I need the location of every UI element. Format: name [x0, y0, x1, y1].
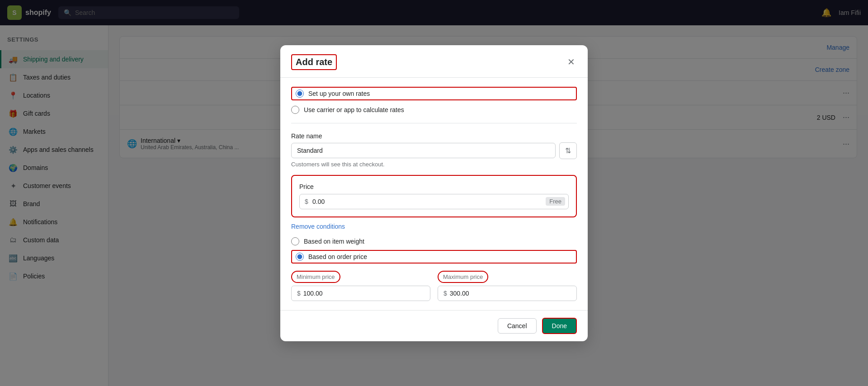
modal-header: Add rate ✕: [280, 45, 588, 78]
carrier-rates-option[interactable]: Use carrier or app to calculate rates: [291, 106, 577, 114]
min-price-prefix: $: [297, 290, 301, 297]
max-price-input-wrap: $: [438, 286, 577, 301]
rate-name-label: Rate name: [291, 132, 577, 140]
min-price-label: Minimum price: [291, 271, 340, 283]
modal-body: Set up your own rates Use carrier or app…: [280, 78, 588, 310]
own-rates-radio[interactable]: [296, 89, 304, 98]
own-rates-label: Set up your own rates: [308, 90, 370, 97]
rate-name-input[interactable]: [291, 143, 556, 158]
order-price-label: Based on order price: [308, 253, 367, 260]
min-max-price-fields: Minimum price $ Maximum price $: [291, 271, 577, 301]
order-price-radio[interactable]: [296, 253, 304, 261]
rate-name-section: Rate name ⇅ Customers will see this at c…: [291, 132, 577, 168]
own-rates-option[interactable]: Set up your own rates: [291, 87, 577, 100]
min-price-input[interactable]: [303, 290, 425, 297]
carrier-rates-radio[interactable]: [291, 106, 299, 114]
min-price-field: Minimum price $: [291, 271, 430, 301]
price-prefix-icon: $: [305, 198, 308, 205]
add-rate-modal: Add rate ✕ Set up your own rates Use car…: [280, 45, 588, 341]
max-price-label: Maximum price: [438, 271, 488, 283]
price-input[interactable]: [299, 194, 569, 209]
item-weight-label: Based on item weight: [304, 238, 364, 245]
price-input-wrap: $ Free: [299, 194, 569, 209]
item-weight-option[interactable]: Based on item weight: [291, 237, 577, 245]
order-price-option[interactable]: Based on order price: [291, 250, 577, 264]
rate-name-input-group: ⇅: [291, 142, 577, 159]
min-price-input-wrap: $: [291, 286, 430, 301]
modal-title: Add rate: [291, 54, 337, 70]
carrier-rates-label: Use carrier or app to calculate rates: [304, 106, 404, 113]
rate-type-radio-group: Set up your own rates Use carrier or app…: [291, 87, 577, 114]
max-price-input[interactable]: [450, 290, 571, 297]
conditions-radio-group: Based on item weight Based on order pric…: [291, 237, 577, 264]
done-button[interactable]: Done: [542, 318, 577, 334]
conditions-section: Based on item weight Based on order pric…: [291, 237, 577, 301]
remove-conditions-button[interactable]: Remove conditions: [291, 223, 345, 230]
max-price-field: Maximum price $: [438, 271, 577, 301]
rate-name-help: Customers will see this at checkout.: [291, 161, 577, 168]
modal-close-button[interactable]: ✕: [566, 55, 577, 69]
modal-overlay: Add rate ✕ Set up your own rates Use car…: [0, 0, 868, 386]
price-free-badge: Free: [546, 197, 565, 206]
modal-footer: Cancel Done: [280, 310, 588, 341]
price-section: Price $ Free: [291, 175, 577, 217]
price-label: Price: [299, 183, 569, 190]
cancel-button[interactable]: Cancel: [498, 318, 537, 334]
max-price-prefix: $: [443, 290, 447, 297]
rate-name-sort-button[interactable]: ⇅: [559, 142, 577, 159]
item-weight-radio[interactable]: [291, 237, 299, 245]
